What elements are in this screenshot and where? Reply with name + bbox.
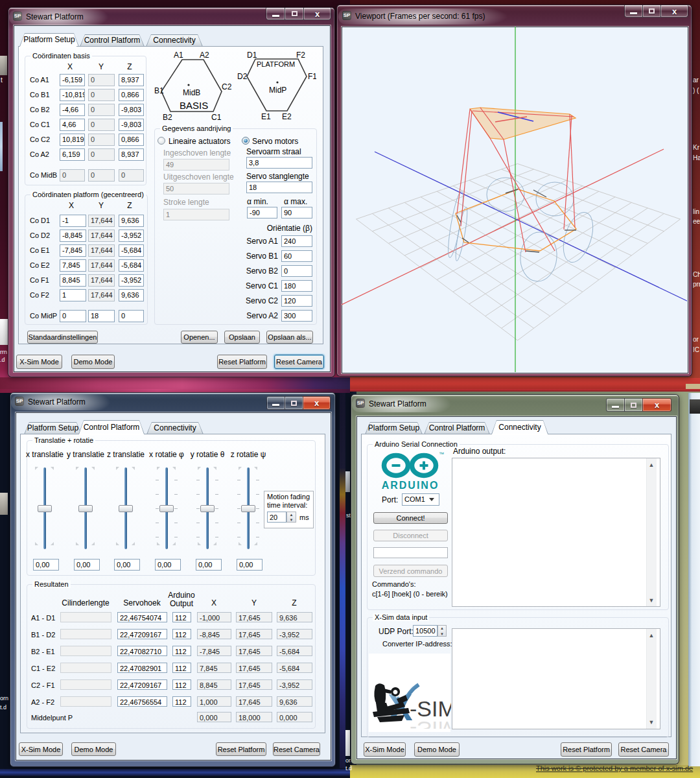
svg-text:F1: F1: [308, 72, 316, 81]
svg-text:E2: E2: [282, 112, 292, 121]
svg-text:B1: B1: [154, 86, 164, 95]
svg-text:E1: E1: [261, 112, 271, 121]
svg-text:F2: F2: [296, 51, 305, 60]
svg-text:-SIM: -SIM: [410, 717, 451, 729]
svg-text:™: ™: [439, 451, 444, 457]
svg-text:A1: A1: [174, 51, 183, 60]
svg-text:A2: A2: [200, 51, 209, 60]
svg-text:MidB: MidB: [183, 88, 200, 97]
svg-text:B2: B2: [163, 113, 172, 122]
svg-text:BASIS: BASIS: [180, 100, 208, 111]
svg-text:PLATFORM: PLATFORM: [257, 60, 295, 68]
svg-text:D2: D2: [237, 72, 248, 81]
svg-text:D1: D1: [247, 51, 257, 60]
svg-text:C2: C2: [222, 82, 232, 91]
svg-text:MidP: MidP: [269, 86, 286, 95]
svg-text:C1: C1: [211, 113, 222, 122]
svg-text:ARDUINO: ARDUINO: [382, 480, 439, 491]
